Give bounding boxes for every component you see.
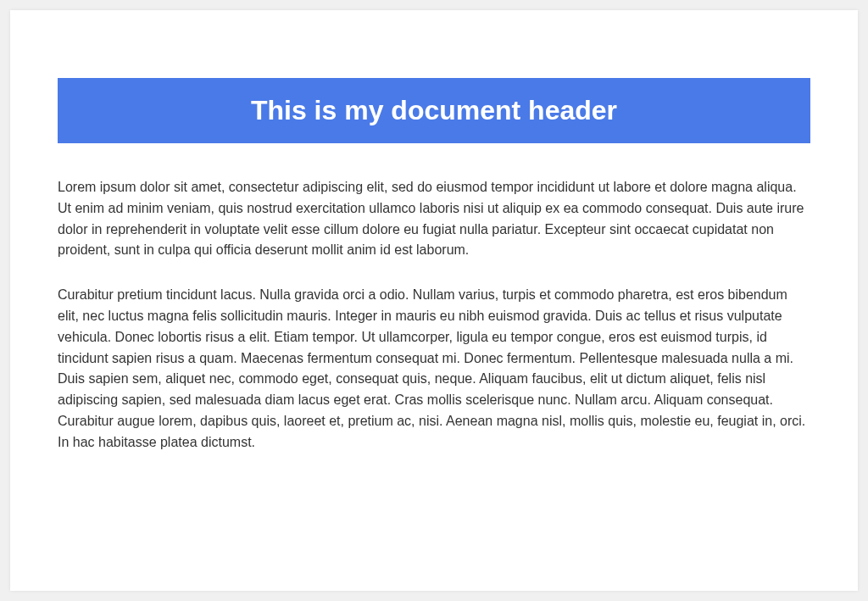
document-header: This is my document header: [58, 78, 810, 143]
body-paragraph: Lorem ipsum dolor sit amet, consectetur …: [58, 177, 810, 261]
document-page: This is my document header Lorem ipsum d…: [10, 10, 858, 591]
body-paragraph: Curabitur pretium tincidunt lacus. Nulla…: [58, 285, 810, 453]
